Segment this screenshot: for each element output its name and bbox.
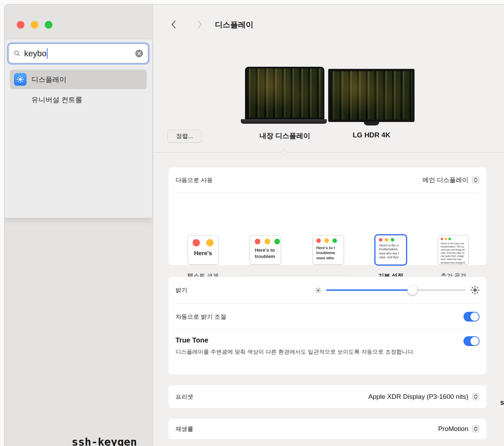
back-button[interactable] xyxy=(169,19,179,30)
chevron-updown-icon xyxy=(472,176,480,184)
scaling-option-more-space[interactable]: Here's to the crazy one troublemakers. T… xyxy=(438,235,469,265)
refresh-rate-popup[interactable]: ProMotion xyxy=(438,425,480,433)
arrange-button[interactable]: 정렬... xyxy=(167,130,202,143)
wallpaper-image xyxy=(331,71,412,120)
true-tone-description: 디스플레이를 주변광에 맞춰 색상이 다른 환경에서도 일관적으로 보이도록 자… xyxy=(175,348,415,356)
minimize-button[interactable] xyxy=(31,21,38,29)
use-as-popup[interactable]: 메인 디스플레이 xyxy=(423,176,480,184)
toggle-knob xyxy=(470,312,479,321)
clear-search-icon[interactable] xyxy=(135,50,143,57)
use-as-value: 메인 디스플레이 xyxy=(423,176,468,184)
resolution-card: 다음으로 사용 메인 디스플레이 Here's xyxy=(168,167,487,266)
scaling-option-larger-text[interactable]: Here's xyxy=(188,235,218,265)
true-tone-toggle[interactable] xyxy=(463,336,480,346)
chevron-updown-icon xyxy=(472,393,480,401)
chevron-updown-icon xyxy=(472,425,480,433)
traffic-lights xyxy=(17,21,52,29)
search-input[interactable]: keybo xyxy=(8,44,148,63)
display-brightness-icon xyxy=(14,73,27,86)
mini-preview-text: Here's to the cr troublemakers. ones who… xyxy=(376,244,406,260)
system-settings-window: keybo xyxy=(4,4,504,446)
mini-traffic-dots xyxy=(438,236,468,240)
section-divider xyxy=(153,152,504,153)
refresh-rate-label: 재생률 xyxy=(175,425,193,433)
display-name-builtin: 내장 디스플레이 xyxy=(246,131,323,141)
toggle-knob xyxy=(470,337,479,345)
mini-preview-text: Here's to troublem xyxy=(250,247,281,259)
display-thumb-builtin[interactable] xyxy=(245,67,324,119)
brightness-label: 밝기 xyxy=(175,286,187,294)
mini-preview-text: Here's to the crazy one troublemakers. T… xyxy=(438,242,468,264)
brightness-fill xyxy=(326,289,412,291)
monitor-stand xyxy=(364,122,379,125)
background-text-fragment: s xyxy=(500,398,504,407)
forward-button[interactable] xyxy=(194,19,204,30)
wallpaper-image xyxy=(247,69,323,117)
scaling-options: Here's Here's to troublem Here's to t tr… xyxy=(168,193,487,266)
display-thumb-lg-hdr-4k[interactable] xyxy=(328,69,415,122)
brightness-card: 밝기 xyxy=(168,276,487,375)
mini-preview-text: Here's to t troublema ones who xyxy=(313,245,344,260)
display-settings-pane: 디스플레이 정렬... 내장 디스플레이 LG HDR 4K 다음으로 사용 메… xyxy=(153,5,504,446)
mini-traffic-dots xyxy=(376,236,406,242)
search-results-panel: keybo xyxy=(5,39,152,218)
sun-dim-icon xyxy=(315,287,321,293)
search-value: keybo xyxy=(24,49,46,58)
mini-traffic-dots xyxy=(313,236,344,243)
zoom-button[interactable] xyxy=(45,21,52,29)
search-result-display[interactable]: 디스플레이 xyxy=(10,70,147,89)
selected-display-pointer xyxy=(280,149,288,156)
true-tone-label: True Tone xyxy=(175,336,415,344)
background-terminal-text: ssh-keygen xyxy=(72,436,137,446)
use-as-label: 다음으로 사용 xyxy=(175,176,213,184)
screen: keybo xyxy=(0,0,504,446)
mini-traffic-dots xyxy=(188,236,218,246)
mini-preview-text: Here's xyxy=(188,250,218,257)
mini-traffic-dots xyxy=(250,236,281,244)
brightness-knob[interactable] xyxy=(408,285,417,295)
text-cursor xyxy=(47,48,48,59)
auto-brightness-toggle[interactable] xyxy=(463,312,480,322)
true-tone-block: True Tone 디스플레이를 주변광에 맞춰 색상이 다른 환경에서도 일관… xyxy=(175,336,415,356)
result-label: 유니버설 컨트롤 xyxy=(31,95,82,105)
close-button[interactable] xyxy=(17,21,24,29)
brightness-track[interactable] xyxy=(326,289,466,291)
brightness-slider xyxy=(315,286,480,295)
scaling-option-default-selected[interactable]: Here's to the cr troublemakers. ones who… xyxy=(375,235,406,265)
preset-card: 프리셋 Apple XDR Display (P3-1600 nits) xyxy=(168,385,487,409)
scaling-option-3[interactable]: Here's to t troublema ones who xyxy=(312,235,344,265)
refresh-rate-card: 재생률 ProMotion xyxy=(168,418,487,439)
preset-label: 프리셋 xyxy=(175,393,193,401)
search-result-universal-control[interactable]: 유니버설 컨트롤 xyxy=(10,92,147,107)
preset-value: Apple XDR Display (P3-1600 nits) xyxy=(368,393,468,401)
display-name-lg: LG HDR 4K xyxy=(333,131,410,139)
auto-brightness-label: 자동으로 밝기 조절 xyxy=(175,313,226,321)
result-label: 디스플레이 xyxy=(31,75,66,84)
scaling-option-2[interactable]: Here's to troublem xyxy=(250,235,281,265)
refresh-rate-value: ProMotion xyxy=(438,425,468,433)
sun-bright-icon xyxy=(470,286,480,295)
sidebar: keybo xyxy=(5,5,153,446)
page-title: 디스플레이 xyxy=(215,20,253,30)
scaling-tick-line xyxy=(247,275,350,275)
search-icon xyxy=(14,50,21,57)
preset-popup[interactable]: Apple XDR Display (P3-1600 nits) xyxy=(368,393,480,401)
laptop-base xyxy=(241,119,327,124)
